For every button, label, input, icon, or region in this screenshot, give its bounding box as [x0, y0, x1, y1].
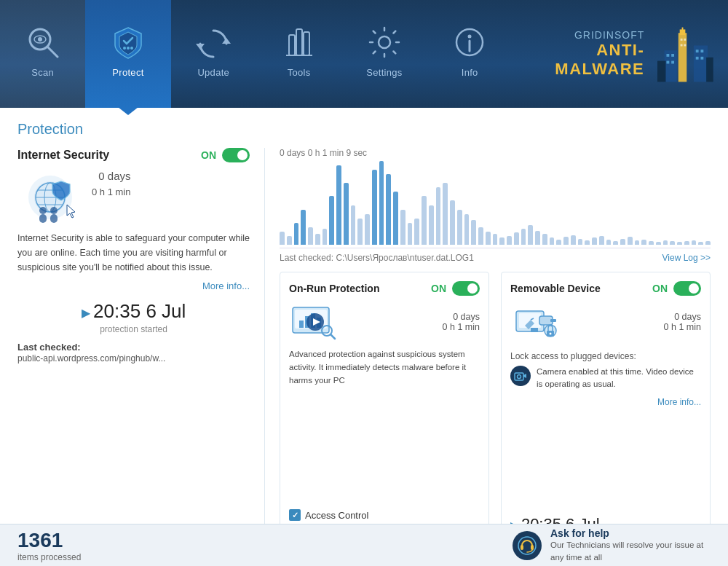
chart-bar — [550, 237, 555, 245]
is-more-info-link[interactable]: More info... — [17, 280, 250, 291]
svg-rect-20 — [665, 50, 677, 82]
chart-last-checked-row: Last checked: C:\Users\Ярослав\ntuser.da… — [280, 253, 711, 263]
chart-bar — [514, 232, 519, 245]
access-control-label: Access Control — [305, 510, 368, 521]
svg-rect-46 — [50, 214, 58, 223]
chart-bar — [692, 240, 697, 245]
svg-rect-50 — [299, 321, 304, 328]
svg-rect-62 — [550, 319, 556, 322]
rd-icon-stats: 0 days 0 h 1 min — [510, 300, 701, 344]
chart-bar — [578, 239, 583, 245]
svg-rect-28 — [696, 50, 699, 52]
access-control-checkbox[interactable] — [289, 509, 301, 521]
chart-bar — [613, 241, 618, 245]
rd-stats-time: 0 h 1 min — [664, 322, 701, 332]
chart-bar — [450, 200, 455, 245]
nav-item-settings[interactable]: Settings — [341, 0, 427, 108]
nav-label-update: Update — [197, 67, 229, 78]
chart-bar — [535, 231, 540, 245]
chart-bar — [365, 214, 370, 245]
orp-toggle[interactable] — [452, 281, 480, 296]
rd-toggle-label: ON — [652, 283, 668, 294]
rd-header: Removable Device ON — [510, 281, 701, 296]
is-time-display: 20:35 6 Jul — [17, 300, 250, 323]
svg-rect-22 — [657, 61, 666, 82]
internet-security-icon — [17, 168, 83, 227]
nav-label-scan: Scan — [31, 67, 54, 78]
chart-bar — [414, 219, 419, 245]
chart-bar — [294, 223, 299, 245]
orp-icon — [289, 300, 341, 344]
help-text: Ask for help Our Technicians will resolv… — [550, 527, 711, 562]
nav-label-protect: Protect — [112, 67, 143, 78]
right-panel: 0 days 0 h 1 min 9 sec Last checked: C:\… — [265, 148, 711, 524]
nav-label-tools: Tools — [288, 67, 311, 78]
svg-rect-32 — [681, 39, 683, 41]
svg-rect-11 — [304, 32, 309, 55]
chart-bar — [386, 174, 391, 245]
chart-bar — [677, 242, 682, 245]
nav-label-settings: Settings — [366, 67, 402, 78]
orp-title: On-Run Protection — [289, 283, 379, 294]
svg-line-1 — [47, 47, 58, 57]
chart-bar — [698, 242, 703, 245]
chart-bar — [351, 205, 356, 245]
orp-stats-time: 0 h 1 min — [443, 322, 480, 332]
brand-name-bottom: ANTI-MALWARE — [513, 41, 644, 79]
is-description: Internet Security is able to safeguard y… — [17, 231, 250, 275]
camera-icon-wrap — [510, 366, 531, 386]
camera-text: Camera enabled at this time. Video devic… — [537, 366, 701, 391]
chart-bar — [323, 229, 328, 245]
svg-rect-33 — [681, 44, 683, 47]
rd-more-info[interactable]: More info... — [510, 397, 701, 407]
chart-bar — [599, 236, 604, 245]
nav-label-info: Info — [462, 67, 478, 78]
chart-bar — [308, 227, 313, 245]
chart-bar — [287, 236, 292, 245]
nav-item-scan[interactable]: Scan — [0, 0, 85, 108]
is-stats: 0 days 0 h 1 min — [92, 168, 130, 199]
chart-bar — [301, 210, 306, 245]
chart-bar — [521, 229, 526, 245]
svg-point-4 — [123, 47, 126, 50]
access-control-row: Access Control — [289, 509, 480, 521]
rd-stats-days: 0 days — [664, 312, 701, 322]
svg-marker-47 — [67, 205, 75, 218]
brand-building-icon — [657, 25, 713, 83]
chart-bar — [606, 240, 612, 245]
svg-rect-29 — [701, 50, 704, 52]
rd-toggle[interactable] — [673, 281, 701, 296]
chart-bar — [393, 192, 398, 245]
chart-bar — [641, 240, 646, 245]
nav-item-update[interactable]: Update — [171, 0, 256, 108]
chart-bar — [635, 240, 640, 245]
rd-toggle-group: ON — [652, 281, 701, 296]
svg-rect-59 — [531, 328, 538, 332]
svg-point-3 — [38, 37, 42, 42]
svg-rect-67 — [515, 373, 523, 380]
chart-bar — [507, 236, 512, 245]
internet-security-toggle[interactable] — [222, 148, 250, 162]
view-log-link[interactable]: View Log >> — [662, 253, 711, 263]
chart-bar — [628, 237, 633, 245]
chart-bar — [592, 237, 597, 245]
nav-item-info[interactable]: Info — [427, 0, 513, 108]
svg-rect-27 — [671, 61, 674, 64]
orp-stats: 0 days 0 h 1 min — [443, 312, 480, 332]
orp-toggle-group: ON — [431, 281, 480, 296]
last-checked-url: public-api.wordpress.com/pinghub/w... — [17, 353, 165, 363]
nav-item-protect[interactable]: Protect — [85, 0, 170, 108]
help-icon[interactable] — [513, 531, 542, 560]
brand-name-top: GRIDINSOFT — [513, 29, 644, 41]
nav-item-tools[interactable]: Tools — [256, 0, 341, 108]
is-stats-days: 0 days — [92, 168, 130, 185]
page-title: Protection — [17, 121, 711, 138]
chart-bar — [436, 187, 441, 245]
chart-bar — [670, 241, 675, 245]
chart-bar — [620, 239, 625, 245]
items-processed: 1361 items processed — [17, 529, 81, 562]
help-title: Ask for help — [550, 527, 711, 539]
rd-stats: 0 days 0 h 1 min — [664, 312, 701, 332]
chart-bar — [408, 223, 413, 245]
chart-bar — [336, 165, 341, 245]
